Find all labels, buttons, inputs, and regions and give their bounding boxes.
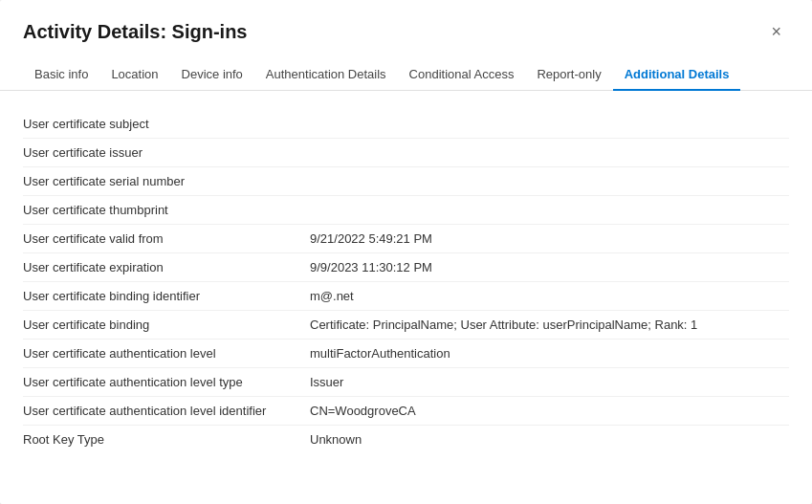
tab-location[interactable]: Location [99, 59, 169, 91]
table-row: User certificate authentication levelmul… [23, 340, 789, 368]
table-row: User certificate valid from9/21/2022 5:4… [23, 225, 789, 253]
row-value: multiFactorAuthentication [310, 346, 450, 361]
row-value: Unknown [310, 432, 362, 447]
row-value: 9/21/2022 5:49:21 PM [310, 231, 432, 246]
close-button[interactable]: × [763, 19, 789, 44]
dialog-title: Activity Details: Sign-ins [23, 21, 248, 43]
row-label: User certificate subject [23, 117, 310, 131]
table-row: User certificate authentication level ty… [23, 368, 789, 397]
content-area: User certificate subjectUser certificate… [0, 91, 812, 504]
row-label: User certificate issuer [23, 145, 310, 160]
table-row: User certificate binding identifierm@.ne… [23, 282, 789, 311]
row-label: User certificate binding [23, 318, 310, 332]
row-label: User certificate binding identifier [23, 289, 310, 303]
row-label: User certificate expiration [23, 260, 310, 274]
table-row: User certificate issuer [23, 139, 789, 167]
row-label: User certificate authentication level ty… [23, 375, 310, 389]
table-row: User certificate bindingCertificate: Pri… [23, 311, 789, 340]
tab-report-only[interactable]: Report-only [525, 59, 612, 91]
tab-additional-details[interactable]: Additional Details [613, 59, 741, 91]
table-row: Root Key TypeUnknown [23, 426, 789, 453]
row-value: 9/9/2023 11:30:12 PM [310, 260, 432, 274]
dialog-header: Activity Details: Sign-ins × [0, 0, 812, 44]
table-row: User certificate serial number [23, 167, 789, 196]
row-value: Issuer [310, 375, 343, 389]
tab-bar: Basic infoLocationDevice infoAuthenticat… [0, 44, 812, 91]
tab-device-info[interactable]: Device info [170, 59, 254, 91]
tab-authentication-details[interactable]: Authentication Details [254, 59, 398, 91]
row-value: CN=WoodgroveCA [310, 404, 416, 418]
row-label: User certificate authentication level [23, 346, 310, 361]
activity-details-dialog: Activity Details: Sign-ins × Basic infoL… [0, 0, 812, 504]
row-label: User certificate thumbprint [23, 203, 310, 217]
row-label: Root Key Type [23, 432, 310, 447]
row-value: m@.net [310, 289, 354, 303]
table-row: User certificate expiration9/9/2023 11:3… [23, 253, 789, 282]
row-label: User certificate serial number [23, 174, 310, 188]
table-row: User certificate subject [23, 110, 789, 139]
table-row: User certificate authentication level id… [23, 397, 789, 426]
row-label: User certificate valid from [23, 231, 310, 246]
tab-conditional-access[interactable]: Conditional Access [398, 59, 526, 91]
row-label: User certificate authentication level id… [23, 404, 310, 418]
table-row: User certificate thumbprint [23, 196, 789, 225]
row-value: Certificate: PrincipalName; User Attribu… [310, 318, 697, 332]
tab-basic-info[interactable]: Basic info [23, 59, 99, 91]
